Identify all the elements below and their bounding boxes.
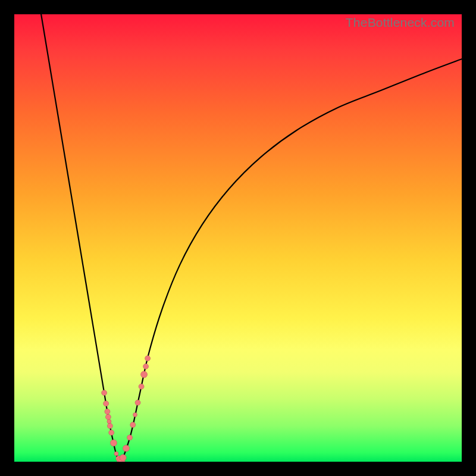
right-branch-curve <box>121 59 462 462</box>
data-marker <box>123 445 130 452</box>
data-marker <box>104 401 109 406</box>
data-marker <box>143 364 149 369</box>
data-marker <box>114 452 118 456</box>
data-markers <box>102 356 151 462</box>
data-marker <box>120 455 126 461</box>
data-marker <box>133 413 137 417</box>
data-marker <box>105 409 110 414</box>
data-marker <box>105 414 111 419</box>
chart-svg <box>14 14 462 462</box>
data-marker <box>107 419 111 424</box>
chart-plot-area: TheBottleneck.com <box>14 14 462 462</box>
data-marker <box>109 430 114 436</box>
data-marker <box>110 440 117 446</box>
data-marker <box>102 390 107 396</box>
left-branch-curve <box>41 14 121 462</box>
data-marker <box>130 422 136 427</box>
data-marker <box>107 423 112 428</box>
data-marker <box>141 371 148 378</box>
data-marker <box>145 356 151 361</box>
data-marker <box>139 384 144 389</box>
data-marker <box>127 435 133 440</box>
data-marker <box>135 400 140 405</box>
